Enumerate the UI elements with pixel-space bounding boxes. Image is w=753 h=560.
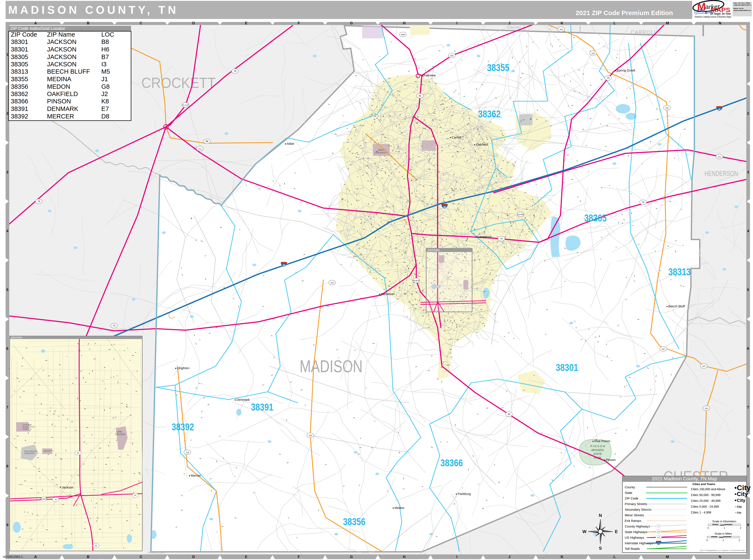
svg-text:4: 4 <box>747 229 749 233</box>
svg-text:G: G <box>350 555 353 559</box>
svg-text:38305: 38305 <box>11 54 28 60</box>
svg-text:152: 152 <box>591 52 595 55</box>
svg-text:138: 138 <box>308 435 312 437</box>
svg-text:PINSON: PINSON <box>47 98 71 105</box>
svg-text:412: 412 <box>718 156 721 158</box>
svg-text:38313: 38313 <box>668 266 691 277</box>
svg-text:5: 5 <box>6 288 8 292</box>
svg-text:38355: 38355 <box>11 76 28 82</box>
svg-text:JACKSON: JACKSON <box>11 336 22 339</box>
svg-text:K: K <box>561 21 563 25</box>
svg-text:Parkburg: Parkburg <box>458 492 471 496</box>
svg-text:B8: B8 <box>101 38 109 45</box>
svg-text:9: 9 <box>747 523 749 527</box>
svg-text:State Highways: State Highways <box>625 530 647 534</box>
svg-text:7: 7 <box>747 405 749 409</box>
svg-text:Scale in Miles: Scale in Miles <box>715 532 732 535</box>
svg-text:L: L <box>614 555 616 559</box>
svg-text:6: 6 <box>6 346 8 351</box>
svg-text:HENDERSON: HENDERSON <box>705 169 738 178</box>
svg-text:M5: M5 <box>101 68 110 75</box>
svg-text:197: 197 <box>702 365 706 367</box>
svg-text:I3: I3 <box>101 61 107 68</box>
svg-text:0: 0 <box>707 539 708 541</box>
svg-text:123: 123 <box>657 525 660 527</box>
svg-text:3: 3 <box>6 170 8 174</box>
svg-text:LOC: LOC <box>101 31 114 38</box>
svg-text:ZIP Name: ZIP Name <box>47 31 75 38</box>
svg-text:CEMETERY: CEMETERY <box>24 452 35 455</box>
svg-text:N: N <box>719 555 721 559</box>
svg-text:ZIP Code Index/Grid Locator: ZIP Code Index/Grid Locator <box>11 26 65 31</box>
svg-text:City: City <box>737 491 748 497</box>
svg-text:W256510W1-L: W256510W1-L <box>3 555 23 559</box>
svg-text:Minor Streets: Minor Streets <box>625 513 644 517</box>
svg-text:MADISON: MADISON <box>300 357 363 376</box>
svg-text:4: 4 <box>6 229 8 233</box>
svg-text:152: 152 <box>665 107 669 109</box>
svg-text:State: State <box>625 491 632 495</box>
svg-text:ZIP Code: ZIP Code <box>11 31 37 38</box>
svg-text:E: E <box>245 555 247 559</box>
svg-text:City: City <box>737 505 742 508</box>
svg-text:79: 79 <box>38 200 40 203</box>
svg-text:40: 40 <box>283 264 285 266</box>
svg-text:138: 138 <box>186 452 189 454</box>
svg-text:70: 70 <box>113 324 115 327</box>
svg-text:38313: 38313 <box>11 68 28 75</box>
svg-text:70: 70 <box>642 201 644 203</box>
svg-text:70: 70 <box>134 494 136 497</box>
svg-text:2: 2 <box>747 111 749 116</box>
svg-text:38366: 38366 <box>11 98 28 105</box>
svg-text:M: M <box>666 21 669 25</box>
svg-text:8: 8 <box>747 464 749 468</box>
svg-text:H: H <box>403 21 405 25</box>
svg-text:B7: B7 <box>101 54 109 60</box>
svg-text:Cities and Towns: Cities and Towns <box>692 482 715 486</box>
svg-text:E: E <box>615 529 618 534</box>
svg-text:38305: 38305 <box>11 61 28 68</box>
svg-text:CARROLL: CARROLL <box>631 29 657 35</box>
svg-text:CALL US TOLL FREE!: CALL US TOLL FREE! <box>733 2 750 4</box>
svg-text:P I N S O N: P I N S O N <box>590 444 605 448</box>
svg-text:C: C <box>140 555 142 559</box>
svg-text:3: 3 <box>747 170 749 174</box>
svg-text:J2: J2 <box>101 91 108 97</box>
svg-text:Cities 100,000 and Above: Cities 100,000 and Above <box>691 487 726 491</box>
svg-text:N: N <box>719 21 721 25</box>
svg-text:223: 223 <box>330 282 334 284</box>
svg-text:152: 152 <box>559 28 563 31</box>
svg-text:45: 45 <box>508 413 510 416</box>
svg-text:45W: 45W <box>401 34 405 36</box>
svg-text:197: 197 <box>662 348 665 350</box>
svg-text:1: 1 <box>722 539 724 541</box>
svg-text:2: 2 <box>740 527 741 529</box>
svg-text:H: H <box>403 555 405 559</box>
svg-text:City: City <box>737 483 751 492</box>
svg-text:W: W <box>582 529 586 534</box>
svg-text:Cities 50,000 - 99,999: Cities 50,000 - 99,999 <box>691 493 720 497</box>
svg-text:Jackson: Jackson <box>62 485 74 489</box>
svg-text:Lawrence: Lawrence <box>478 235 491 238</box>
svg-text:38391: 38391 <box>11 105 28 112</box>
svg-text:US Highways: US Highways <box>625 536 644 539</box>
svg-text:G: G <box>350 21 353 25</box>
svg-text:Westover: Westover <box>381 292 395 296</box>
svg-text:38362: 38362 <box>11 91 28 97</box>
svg-text:COLLEGE: COLLEGE <box>115 433 125 436</box>
svg-text:38301: 38301 <box>11 46 28 53</box>
svg-text:UNIVERSITY: UNIVERSITY <box>43 450 54 452</box>
svg-text:City: City <box>737 511 741 514</box>
svg-text:412: 412 <box>198 148 201 150</box>
svg-text:HOLLYWOOD: HOLLYWOOD <box>24 450 37 452</box>
svg-text:GIBSON: GIBSON <box>507 26 520 29</box>
svg-text:40: 40 <box>443 206 446 208</box>
svg-text:Fairview: Fairview <box>424 74 436 77</box>
svg-text:123: 123 <box>657 531 660 533</box>
svg-text:STATE: STATE <box>593 452 602 456</box>
svg-text:38356: 38356 <box>11 83 28 90</box>
svg-text:MADISON CO: MADISON CO <box>22 426 35 428</box>
svg-text:L: L <box>614 21 616 25</box>
svg-text:1: 1 <box>724 527 725 529</box>
svg-text:Oakfield: Oakfield <box>476 143 488 146</box>
